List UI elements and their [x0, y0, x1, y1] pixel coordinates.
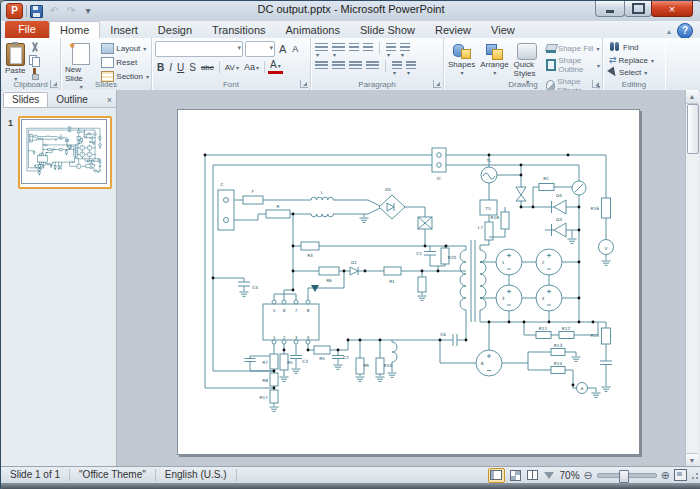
zoom-in-button[interactable]: ⊕ [661, 469, 670, 482]
undo-button[interactable]: ↶ [47, 4, 61, 18]
layout-button[interactable]: Layout [101, 43, 149, 54]
zoom-level[interactable]: 70% [560, 470, 580, 481]
paste-icon [6, 43, 25, 66]
quick-styles-icon [517, 43, 537, 60]
fit-to-window-button[interactable] [674, 469, 687, 481]
window-bottom-frame [1, 483, 700, 489]
group-paragraph: Paragraph [311, 38, 444, 90]
tab-animations[interactable]: Animations [276, 22, 350, 38]
collapse-ribbon-icon[interactable]: ▴ [667, 27, 671, 36]
normal-view-button[interactable] [488, 468, 505, 483]
cut-button[interactable] [29, 42, 40, 53]
tab-transitions[interactable]: Transitions [202, 22, 275, 38]
circuit-diagram[interactable] [178, 110, 639, 454]
reading-view-button[interactable] [526, 470, 539, 481]
tab-outline[interactable]: Outline [48, 93, 96, 107]
resize-grip[interactable] [690, 472, 699, 481]
maximize-button[interactable] [624, 1, 652, 17]
zoom-slider-thumb[interactable] [619, 470, 629, 483]
clipboard-dialog-launcher[interactable] [50, 80, 58, 88]
tab-insert[interactable]: Insert [100, 22, 148, 38]
slide-sorter-view-button[interactable] [509, 470, 522, 481]
reset-icon [101, 57, 114, 68]
tab-slide-show[interactable]: Slide Show [350, 22, 425, 38]
justify-button[interactable] [366, 61, 379, 71]
character-spacing-button[interactable]: AV [223, 63, 241, 72]
qat-customize-button[interactable]: ▾ [81, 4, 95, 18]
font-group-label: Font [152, 80, 310, 89]
shape-outline-button[interactable]: Shape Outline [546, 56, 600, 74]
copy-button[interactable] [29, 55, 40, 66]
language-indicator[interactable]: English (U.S.) [156, 469, 237, 481]
numbering-button[interactable] [332, 43, 345, 53]
powerpoint-app-icon[interactable]: P [6, 3, 23, 19]
paragraph-dialog-launcher[interactable] [433, 80, 441, 88]
font-dialog-launcher[interactable] [300, 80, 308, 88]
reset-button[interactable]: Reset [101, 57, 149, 68]
increase-indent-button[interactable] [363, 43, 373, 53]
strikethrough-button[interactable]: abc [199, 63, 216, 72]
tab-view[interactable]: View [481, 22, 525, 38]
slide[interactable] [177, 109, 640, 455]
help-button[interactable]: ? [677, 23, 693, 39]
convert-smartart-button[interactable] [406, 61, 416, 71]
paragraph-group-label: Paragraph [311, 80, 443, 89]
layout-icon [101, 43, 114, 54]
slide-canvas[interactable] [117, 90, 685, 467]
change-case-button[interactable]: Aa [242, 62, 261, 72]
text-direction-button[interactable] [400, 43, 410, 53]
tab-slides[interactable]: Slides [3, 92, 48, 107]
font-name-combobox[interactable] [155, 41, 243, 57]
shape-fill-button[interactable]: Shape Fill [546, 43, 600, 53]
minimize-button[interactable] [595, 1, 625, 17]
shrink-font-button[interactable]: A [290, 44, 300, 54]
format-painter-button[interactable] [29, 68, 40, 79]
scroll-up-arrow[interactable]: ▲ [686, 90, 698, 104]
underline-button[interactable]: U [175, 62, 186, 73]
tab-file[interactable]: File [5, 21, 49, 38]
group-font: A A B I U S abc AV Aa A Font [152, 38, 311, 90]
line-spacing-button[interactable] [386, 43, 396, 53]
select-button[interactable]: Select [609, 68, 665, 77]
scrollbar-thumb[interactable] [687, 104, 699, 154]
slide-indicator[interactable]: Slide 1 of 1 [1, 469, 70, 481]
main-area: Slides Outline × 1 [3, 90, 699, 467]
italic-button[interactable]: I [167, 62, 174, 73]
bold-button[interactable]: B [155, 62, 166, 73]
tab-review[interactable]: Review [425, 22, 481, 38]
find-button[interactable]: Find [609, 42, 665, 52]
align-center-button[interactable] [332, 61, 345, 71]
grow-font-button[interactable]: A [277, 43, 288, 55]
save-button[interactable] [30, 5, 44, 18]
slide-sorter-icon [510, 470, 521, 481]
close-pane-icon[interactable]: × [107, 95, 112, 107]
redo-button[interactable]: ↷ [64, 4, 78, 18]
align-right-button[interactable] [349, 61, 362, 71]
slide-show-button[interactable] [543, 470, 556, 481]
theme-indicator[interactable]: "Office Theme" [70, 469, 156, 481]
text-shadow-button[interactable]: S [187, 62, 198, 73]
slides-pane: Slides Outline × 1 [3, 90, 117, 467]
vertical-scrollbar[interactable]: ▲ ▼ [685, 90, 699, 467]
paste-button[interactable]: Paste [5, 40, 25, 82]
font-color-button[interactable]: A [268, 60, 283, 74]
qat-separator [26, 5, 27, 17]
drawing-dialog-launcher[interactable] [592, 80, 600, 88]
tab-home[interactable]: Home [49, 21, 100, 38]
font-size-combobox[interactable] [245, 41, 275, 57]
zoom-slider[interactable] [597, 473, 657, 478]
group-drawing: Shapes Arrange Quick Styles Shape Fill S… [444, 38, 603, 90]
slide-thumbnail[interactable] [18, 116, 112, 189]
close-button[interactable]: × [651, 1, 693, 17]
decrease-indent-button[interactable] [349, 43, 359, 53]
window-controls: × [596, 1, 693, 17]
scroll-down-arrow[interactable]: ▼ [686, 453, 698, 467]
columns-button[interactable] [392, 61, 402, 71]
zoom-out-button[interactable]: ⊖ [584, 469, 593, 482]
replace-icon: ⇄ [609, 55, 617, 65]
align-left-button[interactable] [315, 61, 328, 71]
bullets-button[interactable] [315, 43, 328, 53]
tab-design[interactable]: Design [148, 22, 202, 38]
shapes-icon [453, 43, 471, 60]
replace-button[interactable]: ⇄Replace [609, 55, 665, 65]
